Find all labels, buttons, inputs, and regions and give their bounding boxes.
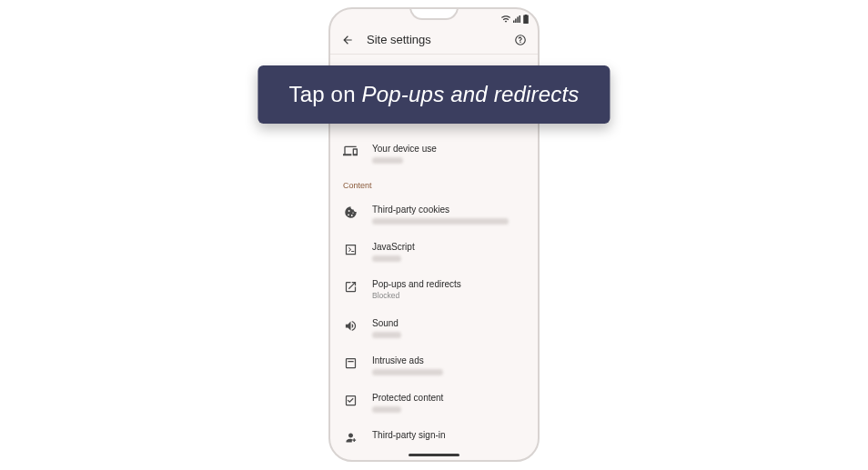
row-popups-redirects[interactable]: Pop-ups and redirects Blocked <box>330 270 538 309</box>
home-indicator <box>409 454 459 456</box>
protected-icon <box>343 393 358 407</box>
popup-icon <box>343 279 358 294</box>
callout-prefix: Tap on <box>288 82 361 106</box>
settings-list: Your device use Content Third-party cook… <box>330 135 538 457</box>
signin-icon <box>343 430 358 445</box>
blurred-subtitle <box>372 157 403 164</box>
app-bar: Site settings <box>330 25 538 54</box>
javascript-icon <box>343 242 358 256</box>
blurred-subtitle <box>372 255 401 262</box>
row-subtitle: Blocked <box>372 291 525 301</box>
row-third-party-cookies[interactable]: Third-party cookies <box>330 195 538 233</box>
sound-icon <box>343 318 358 333</box>
instruction-callout: Tap on Pop-ups and redirects <box>257 65 610 124</box>
row-label: Your device use <box>372 143 525 155</box>
row-label: Pop-ups and redirects <box>372 278 525 290</box>
row-third-party-signin[interactable]: Third-party sign-in <box>330 421 538 457</box>
row-label: Third-party sign-in <box>372 429 525 441</box>
battery-icon <box>523 15 529 24</box>
row-protected-content[interactable]: Protected content <box>330 384 538 421</box>
signal-icon <box>513 15 520 23</box>
page-title: Site settings <box>367 33 501 46</box>
row-intrusive-ads[interactable]: Intrusive ads <box>330 346 538 384</box>
cookie-icon <box>343 205 358 219</box>
section-header-content: Content <box>330 172 538 195</box>
wifi-icon <box>501 15 510 23</box>
back-button[interactable] <box>341 34 354 46</box>
ads-icon <box>343 355 358 370</box>
help-button[interactable] <box>514 34 527 46</box>
row-javascript[interactable]: JavaScript <box>330 233 538 270</box>
devices-icon <box>343 144 358 158</box>
row-label: Protected content <box>372 392 525 404</box>
blurred-subtitle <box>372 369 443 375</box>
blurred-subtitle <box>372 406 401 413</box>
row-label: Sound <box>372 317 525 329</box>
row-device-use[interactable]: Your device use <box>330 135 538 172</box>
row-label: Intrusive ads <box>372 355 525 366</box>
row-label: Third-party cookies <box>372 204 525 215</box>
phone-notch <box>409 7 459 20</box>
row-label: JavaScript <box>372 241 525 253</box>
row-sound[interactable]: Sound <box>330 309 538 346</box>
blurred-subtitle <box>372 218 509 225</box>
callout-emphasis: Pop-ups and redirects <box>362 82 580 106</box>
blurred-subtitle <box>372 332 401 338</box>
